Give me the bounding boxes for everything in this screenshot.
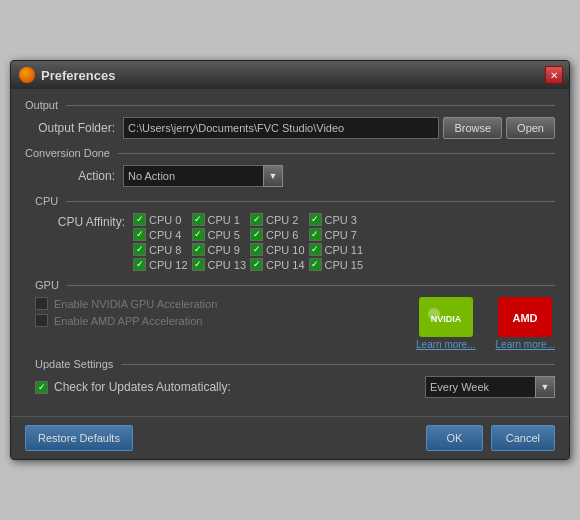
svg-point-2 [428,308,440,320]
cpu-item-9: ✓ CPU 9 [192,243,247,256]
action-row: Action: No Action Exit Application Shutd… [25,165,555,187]
cpu-item-12: ✓ CPU 12 [133,258,188,271]
update-section: Update Settings ✓ Check for Updates Auto… [25,358,555,398]
window-title: Preferences [41,68,115,83]
cpu-label-1: CPU 1 [208,214,240,226]
gpu-section: GPU Enable NVIDIA GPU Acceleration Enabl… [25,279,555,350]
auto-update-label: Check for Updates Automatically: [54,380,419,394]
restore-defaults-button[interactable]: Restore Defaults [25,425,133,451]
ok-button[interactable]: OK [426,425,484,451]
cpu-item-1: ✓ CPU 1 [192,213,247,226]
output-folder-row: Output Folder: Browse Open [25,117,555,139]
titlebar: Preferences ✕ [11,61,569,89]
footer: Restore Defaults OK Cancel [11,416,569,459]
cancel-button[interactable]: Cancel [491,425,555,451]
cpu-item-10: ✓ CPU 10 [250,243,305,256]
cpu-label-0: CPU 0 [149,214,181,226]
cpu-label-12: CPU 12 [149,259,188,271]
output-section: Output Output Folder: Browse Open [25,99,555,139]
cpu-label-2: CPU 2 [266,214,298,226]
cpu-checkbox-15[interactable]: ✓ [309,258,322,271]
cpu-checkbox-11[interactable]: ✓ [309,243,322,256]
cpu-checkbox-6[interactable]: ✓ [250,228,263,241]
content-area: Output Output Folder: Browse Open Conver… [11,89,569,416]
frequency-select-wrapper: Every Day Every Week Every Month Never ▼ [425,376,555,398]
amd-checkbox[interactable] [35,314,48,327]
cpu-checkbox-7[interactable]: ✓ [309,228,322,241]
cpu-checkbox-8[interactable]: ✓ [133,243,146,256]
cpu-grid: ✓ CPU 0 ✓ CPU 1 ✓ CPU 2 ✓ CPU 3 ✓ CPU 4 [133,213,363,271]
auto-update-checkbox[interactable]: ✓ [35,381,48,394]
nvidia-logo: NVIDIA [419,297,473,337]
cpu-section: CPU CPU Affinity: ✓ CPU 0 ✓ CPU 1 ✓ CPU … [25,195,555,271]
amd-learn-more[interactable]: Learn more... [496,339,555,350]
cpu-label-8: CPU 8 [149,244,181,256]
app-icon [19,67,35,83]
cpu-checkbox-4[interactable]: ✓ [133,228,146,241]
cpu-checkbox-0[interactable]: ✓ [133,213,146,226]
amd-logo-item: AMD Learn more... [496,297,555,350]
nvidia-logo-item: NVIDIA Learn more... [416,297,475,350]
amd-logo: AMD [498,297,552,337]
cpu-checkbox-9[interactable]: ✓ [192,243,205,256]
cpu-checkbox-13[interactable]: ✓ [192,258,205,271]
cpu-item-11: ✓ CPU 11 [309,243,364,256]
cpu-checkbox-14[interactable]: ✓ [250,258,263,271]
cpu-item-7: ✓ CPU 7 [309,228,364,241]
action-label: Action: [25,169,115,183]
nvidia-learn-more[interactable]: Learn more... [416,339,475,350]
svg-text:AMD: AMD [513,312,538,324]
cpu-checkbox-12[interactable]: ✓ [133,258,146,271]
action-select[interactable]: No Action Exit Application Shutdown [123,165,283,187]
gpu-section-label: GPU [35,279,59,291]
gpu-logos: NVIDIA Learn more... AMD [416,297,555,350]
cpu-item-0: ✓ CPU 0 [133,213,188,226]
update-section-label: Update Settings [35,358,113,370]
cpu-item-5: ✓ CPU 5 [192,228,247,241]
nvidia-label: Enable NVIDIA GPU Acceleration [54,298,217,310]
cpu-label-5: CPU 5 [208,229,240,241]
cpu-item-2: ✓ CPU 2 [250,213,305,226]
cpu-label-11: CPU 11 [325,244,364,256]
nvidia-checkbox[interactable] [35,297,48,310]
close-button[interactable]: ✕ [545,66,563,84]
cpu-label-15: CPU 15 [325,259,364,271]
cpu-checkbox-10[interactable]: ✓ [250,243,263,256]
cpu-label-10: CPU 10 [266,244,305,256]
cpu-affinity-row: CPU Affinity: ✓ CPU 0 ✓ CPU 1 ✓ CPU 2 ✓ … [35,213,555,271]
cpu-label-13: CPU 13 [208,259,247,271]
cpu-section-label: CPU [35,195,58,207]
cpu-item-3: ✓ CPU 3 [309,213,364,226]
browse-button[interactable]: Browse [443,117,502,139]
cpu-checkbox-2[interactable]: ✓ [250,213,263,226]
cpu-checkbox-5[interactable]: ✓ [192,228,205,241]
cpu-label-4: CPU 4 [149,229,181,241]
frequency-select[interactable]: Every Day Every Week Every Month Never [425,376,555,398]
cpu-label-9: CPU 9 [208,244,240,256]
action-select-wrapper: No Action Exit Application Shutdown ▼ [123,165,283,187]
cpu-item-14: ✓ CPU 14 [250,258,305,271]
footer-right-buttons: OK Cancel [422,425,556,451]
conversion-section-label: Conversion Done [25,147,110,159]
cpu-checkbox-1[interactable]: ✓ [192,213,205,226]
nvidia-row: Enable NVIDIA GPU Acceleration [35,297,416,310]
update-row: ✓ Check for Updates Automatically: Every… [35,376,555,398]
output-section-label: Output [25,99,58,111]
cpu-item-15: ✓ CPU 15 [309,258,364,271]
conversion-section: Conversion Done Action: No Action Exit A… [25,147,555,187]
check-mark: ✓ [38,383,46,392]
preferences-window: Preferences ✕ Output Output Folder: Brow… [10,60,570,460]
output-folder-input[interactable] [123,117,439,139]
open-button[interactable]: Open [506,117,555,139]
cpu-label-3: CPU 3 [325,214,357,226]
amd-label: Enable AMD APP Acceleration [54,315,202,327]
cpu-item-8: ✓ CPU 8 [133,243,188,256]
amd-row: Enable AMD APP Acceleration [35,314,416,327]
cpu-label-6: CPU 6 [266,229,298,241]
output-folder-label: Output Folder: [25,121,115,135]
cpu-label-7: CPU 7 [325,229,357,241]
cpu-label-14: CPU 14 [266,259,305,271]
cpu-item-4: ✓ CPU 4 [133,228,188,241]
cpu-item-13: ✓ CPU 13 [192,258,247,271]
cpu-checkbox-3[interactable]: ✓ [309,213,322,226]
